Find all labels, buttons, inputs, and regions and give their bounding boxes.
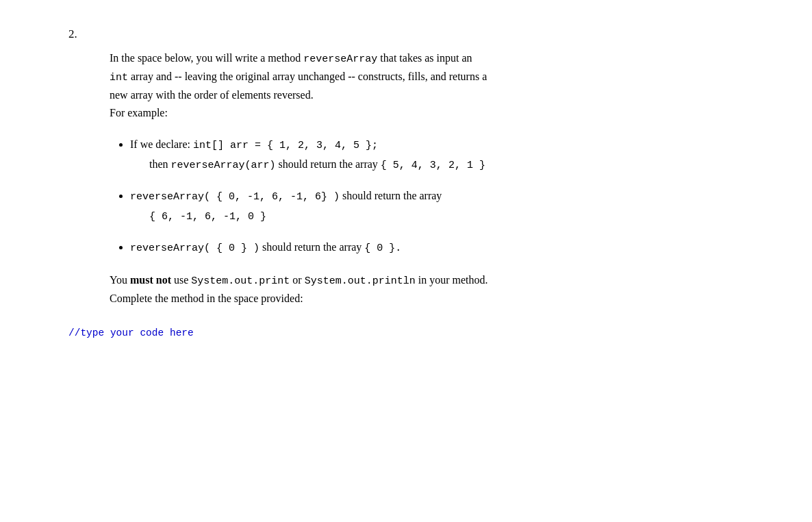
footer-code1: System.out.print — [191, 275, 290, 287]
intro-text-3: new array with the order of elements rev… — [110, 89, 314, 101]
bullet2-code2: { 6, -1, 6, -1, 0 } — [149, 211, 266, 223]
code-comment[interactable]: //type your code here — [68, 327, 771, 338]
footer-mid2: or — [290, 274, 304, 286]
bullet3-mid: should return the array — [259, 241, 364, 253]
footer-line2: Complete the method in the space provide… — [110, 293, 303, 304]
intro-text-1: In the space below, you will write a met… — [110, 52, 303, 64]
problem-number: 2. — [68, 27, 771, 41]
footer-end: in your method. — [416, 274, 488, 286]
list-item-2: reverseArray( { 0, -1, 6, -1, 6} ) shoul… — [130, 186, 716, 225]
footer-pre: You — [110, 274, 130, 286]
intro-text-4: For example: — [110, 107, 168, 119]
footer-strong: must not — [130, 274, 171, 286]
bullet2-code1: reverseArray( { 0, -1, 6, -1, 6} ) — [130, 191, 340, 203]
intro-text-2: array and -- leaving the original array … — [128, 71, 487, 82]
examples-list: If we declare: int[] arr = { 1, 2, 3, 4,… — [130, 135, 716, 258]
bullet1-code2: reverseArray(arr) — [171, 160, 276, 171]
bullet1-pre: If we declare: — [130, 138, 193, 150]
bullet2-mid: should return the array — [340, 190, 442, 201]
bullet1-then: then — [149, 158, 171, 170]
intro-paragraph: In the space below, you will write a met… — [110, 49, 716, 121]
bullet3-code2: { 0 }. — [364, 243, 401, 254]
bullet1-line2: then reverseArray(arr) should return the… — [149, 158, 485, 170]
problem-container: 2. In the space below, you will write a … — [41, 27, 771, 338]
footer-mid1: use — [171, 274, 191, 286]
problem-body: In the space below, you will write a met… — [110, 49, 716, 307]
reverse-array-method-name: reverseArray — [303, 53, 377, 65]
bullet3-code1: reverseArray( { 0 } ) — [130, 243, 259, 254]
list-item-1: If we declare: int[] arr = { 1, 2, 3, 4,… — [130, 135, 716, 174]
bullet1-code3: { 5, 4, 3, 2, 1 } — [381, 160, 485, 171]
bullet1-mid: should return the array — [276, 158, 378, 170]
list-item-3: reverseArray( { 0 } ) should return the … — [130, 238, 716, 258]
bullet1-code1: int[] arr = { 1, 2, 3, 4, 5 }; — [193, 140, 378, 151]
int-keyword: int — [110, 72, 128, 84]
intro-text-1b: that takes as input an — [377, 52, 472, 64]
bullet2-line2: { 6, -1, 6, -1, 0 } — [149, 210, 266, 221]
footer-code2: System.out.println — [305, 275, 416, 287]
footer-paragraph: You must not use System.out.print or Sys… — [110, 271, 716, 308]
